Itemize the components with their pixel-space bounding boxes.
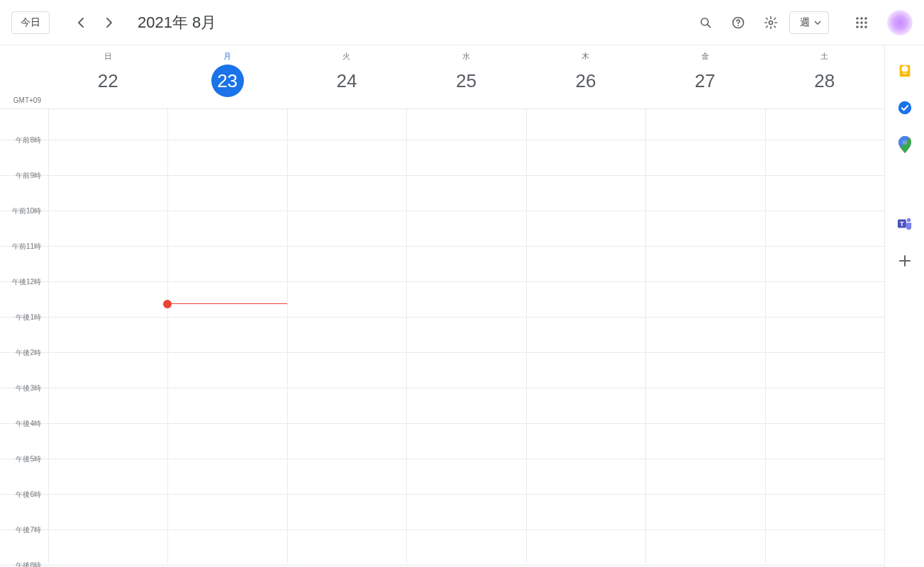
hour-row[interactable] [48,247,884,282]
svg-point-6 [860,17,863,20]
settings-button[interactable] [757,9,785,37]
maps-icon[interactable] [896,136,913,153]
svg-point-16 [898,101,911,114]
hour-row[interactable] [48,176,884,211]
view-switcher[interactable]: 週 [789,11,829,34]
hour-label: 午後3時 [16,383,41,393]
day-of-week-label: 月 [223,51,231,62]
day-of-week-label: 土 [820,51,828,62]
hour-label: 午前8時 [16,135,41,145]
svg-point-21 [906,218,911,223]
hour-label: 午後8時 [16,561,41,567]
gear-icon [764,16,778,30]
day-header-4[interactable]: 木26 [526,45,645,108]
svg-rect-15 [903,73,907,74]
svg-point-10 [864,21,867,24]
day-of-week-label: 木 [581,51,589,62]
day-number[interactable]: 28 [808,64,841,97]
svg-point-0 [701,18,708,25]
day-of-week-label: 金 [701,51,709,62]
svg-point-9 [860,21,863,24]
day-header-5[interactable]: 金27 [645,45,764,108]
hour-row[interactable] [48,282,884,318]
help-icon [731,16,745,30]
grid-area[interactable] [48,109,884,563]
add-addon-button[interactable] [896,252,913,269]
day-of-week-label: 火 [343,51,350,62]
svg-point-11 [856,26,859,28]
hour-label: 午前10時 [12,206,41,216]
svg-point-7 [864,17,867,20]
hour-row[interactable] [48,388,884,424]
google-apps-button[interactable] [847,9,876,37]
day-number[interactable]: 23 [211,64,244,97]
day-of-week-label: 日 [104,51,112,62]
keep-icon[interactable] [896,62,913,79]
calendar: GMT+09 日22月23火24水25木26金27土28 午前7時午前8時午前9… [0,45,884,567]
hour-label: 午後1時 [16,313,41,322]
day-number[interactable]: 26 [569,64,602,97]
header: 今日 2021年 8月 [0,0,924,45]
svg-point-5 [856,17,859,20]
timezone-label: GMT+09 [0,96,48,104]
nav-arrows [67,9,123,37]
hour-label: 午後6時 [16,490,41,500]
search-icon [698,16,713,30]
day-number[interactable]: 25 [450,64,482,97]
hour-row[interactable] [48,424,884,459]
hour-row[interactable] [48,318,884,353]
day-header-6[interactable]: 土28 [765,45,884,108]
next-week-button[interactable] [95,9,123,37]
day-number[interactable]: 22 [91,64,124,97]
hour-label: 午後7時 [16,525,41,535]
svg-line-1 [708,24,711,27]
tasks-icon[interactable] [896,99,913,116]
today-button[interactable]: 今日 [11,11,50,34]
svg-point-8 [856,21,859,24]
chevron-left-icon [77,17,84,28]
svg-point-18 [903,140,907,145]
account-avatar[interactable] [887,10,913,35]
search-button[interactable] [691,9,720,37]
hour-row[interactable] [48,211,884,247]
day-header-row: 日22月23火24水25木26金27土28 [0,45,884,109]
apps-grid-icon [855,16,868,29]
hour-label: 午前9時 [16,171,41,181]
day-number[interactable]: 24 [330,64,363,97]
hour-label: 午後4時 [16,419,41,429]
view-switcher-label: 週 [800,16,810,29]
time-grid[interactable]: 午前7時午前8時午前9時午前10時午前11時午後12時午後1時午後2時午後3時午… [0,109,884,567]
svg-point-12 [860,26,863,28]
chevron-right-icon [106,17,113,28]
day-header-0[interactable]: 日22 [48,45,167,108]
svg-point-13 [864,26,867,28]
hour-row[interactable] [48,459,884,495]
svg-point-3 [737,25,739,26]
day-number[interactable]: 27 [689,64,721,97]
hour-row[interactable] [48,530,884,566]
teams-icon[interactable]: T [896,215,913,232]
hour-label: 午前11時 [12,242,41,252]
day-of-week-label: 水 [462,51,470,62]
day-header-3[interactable]: 水25 [406,45,525,108]
hour-row[interactable] [48,353,884,388]
prev-week-button[interactable] [67,9,95,37]
date-range-title: 2021年 8月 [138,12,216,33]
help-button[interactable] [724,9,752,37]
svg-point-4 [769,21,773,24]
day-header-2[interactable]: 火24 [287,45,406,108]
side-panel: T [884,45,924,567]
hour-row[interactable] [48,495,884,530]
hour-label: 午後5時 [16,454,41,464]
caret-down-icon [814,21,821,25]
hour-row[interactable] [48,140,884,176]
day-header-1[interactable]: 月23 [167,45,286,108]
hour-label: 午後2時 [16,348,41,358]
svg-text:T: T [900,220,904,228]
hour-row[interactable] [48,109,884,140]
hour-label: 午後12時 [12,277,41,287]
time-label-column: 午前7時午前8時午前9時午前10時午前11時午後12時午後1時午後2時午後3時午… [0,109,48,563]
